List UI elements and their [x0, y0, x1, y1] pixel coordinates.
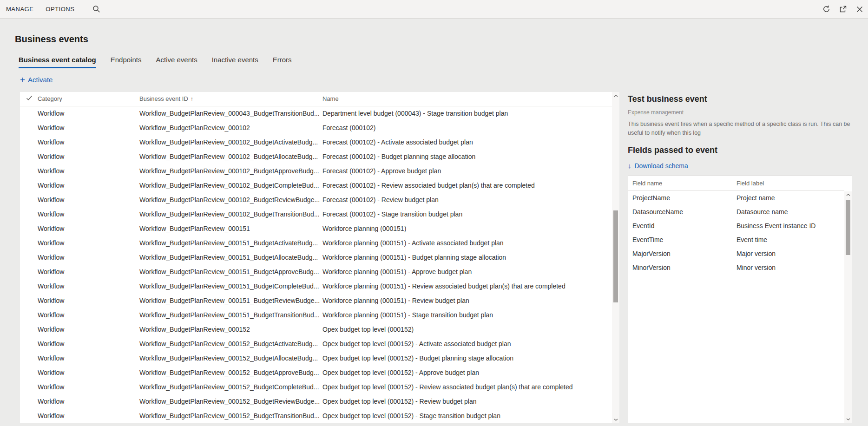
name-cell: Forecast (000102) - Review associated bu…	[322, 178, 612, 192]
field-row[interactable]: MajorVersion Major version	[628, 247, 844, 261]
scrollbar-thumb[interactable]	[846, 200, 850, 255]
activate-button[interactable]: + Activate	[20, 75, 53, 84]
field-name-cell: DatasourceName	[628, 205, 732, 219]
column-header-field-label[interactable]: Field label	[732, 176, 844, 191]
open-in-new-window-button[interactable]	[835, 0, 851, 19]
close-button[interactable]	[851, 0, 868, 19]
row-select-cell[interactable]	[20, 264, 38, 279]
grid-row[interactable]: Workflow Workflow_BudgetPlanReview_00015…	[20, 394, 612, 408]
column-header-label: Business event ID	[139, 95, 188, 102]
menu-item[interactable]: MANAGE	[0, 0, 39, 19]
grid-row[interactable]: Workflow Workflow_BudgetPlanReview_00015…	[20, 380, 612, 394]
tab[interactable]: Business event catalog	[19, 56, 96, 68]
tab[interactable]: Active events	[156, 56, 197, 68]
scroll-down-icon[interactable]	[612, 416, 619, 423]
tab[interactable]: Endpoints	[111, 56, 142, 68]
tab[interactable]: Errors	[273, 56, 292, 68]
grid-row[interactable]: Workflow Workflow_BudgetPlanReview_00015…	[20, 365, 612, 380]
row-select-cell[interactable]	[20, 135, 38, 149]
grid-row[interactable]: Workflow Workflow_BudgetPlanReview_00015…	[20, 279, 612, 293]
column-header-name[interactable]: Name	[322, 92, 612, 106]
row-select-cell[interactable]	[20, 207, 38, 221]
fields-scrollbar[interactable]	[844, 191, 852, 423]
grid-row[interactable]: Workflow Workflow_BudgetPlanReview_00010…	[20, 207, 612, 221]
name-cell: Opex budget top level (000152) - Budget …	[322, 351, 612, 365]
row-select-cell[interactable]	[20, 279, 38, 293]
row-select-cell[interactable]	[20, 380, 38, 394]
scrollbar-track[interactable]	[612, 99, 619, 416]
download-schema-link[interactable]: ↓ Download schema	[628, 162, 688, 170]
menu-item[interactable]: OPTIONS	[39, 0, 80, 19]
scroll-down-icon[interactable]	[844, 415, 852, 423]
row-select-cell[interactable]	[20, 250, 38, 264]
tab[interactable]: Inactive events	[212, 56, 258, 68]
grid-row[interactable]: Workflow Workflow_BudgetPlanReview_00015…	[20, 308, 612, 322]
row-select-cell[interactable]	[20, 408, 38, 423]
row-select-cell[interactable]	[20, 178, 38, 192]
field-name-cell: MinorVersion	[628, 261, 732, 275]
scroll-up-icon[interactable]	[844, 191, 852, 199]
row-select-cell[interactable]	[20, 236, 38, 250]
grid-row[interactable]: Workflow Workflow_BudgetPlanReview_00015…	[20, 336, 612, 351]
field-label-cell: Business Event instance ID	[732, 219, 844, 233]
grid-row[interactable]: Workflow Workflow_BudgetPlanReview_00015…	[20, 351, 612, 365]
open-in-new-window-icon	[839, 6, 847, 13]
field-name-cell: ProjectName	[628, 191, 732, 205]
row-select-cell[interactable]	[20, 322, 38, 336]
grid-row[interactable]: Workflow Workflow_BudgetPlanReview_00015…	[20, 322, 612, 336]
category-cell: Workflow	[38, 207, 139, 221]
catalog-table: Category Business event ID↑ Name Workflo…	[20, 92, 612, 423]
grid-row[interactable]: Workflow Workflow_BudgetPlanReview_00015…	[20, 293, 612, 308]
row-select-cell[interactable]	[20, 106, 38, 120]
row-select-cell[interactable]	[20, 221, 38, 236]
row-select-cell[interactable]	[20, 394, 38, 408]
row-select-cell[interactable]	[20, 351, 38, 365]
details-description: This business event fires when a specifi…	[628, 120, 852, 138]
page-title: Business events	[15, 34, 868, 45]
grid-row[interactable]: Workflow Workflow_BudgetPlanReview_00010…	[20, 192, 612, 207]
row-select-cell[interactable]	[20, 365, 38, 380]
select-all-header[interactable]	[20, 92, 38, 106]
field-label-cell: Event time	[732, 233, 844, 247]
tab-bar: Business event catalog Endpoints Active …	[19, 56, 868, 68]
row-select-cell[interactable]	[20, 149, 38, 164]
grid-row[interactable]: Workflow Workflow_BudgetPlanReview_00004…	[20, 106, 612, 120]
search-button[interactable]	[88, 0, 105, 19]
field-row[interactable]: MinorVersion Minor version	[628, 261, 844, 275]
event-id-cell: Workflow_BudgetPlanReview_000152_BudgetA…	[139, 365, 322, 380]
scroll-up-icon[interactable]	[612, 92, 619, 99]
row-select-cell[interactable]	[20, 164, 38, 178]
category-cell: Workflow	[38, 149, 139, 164]
field-row[interactable]: ProjectName Project name	[628, 191, 844, 205]
grid-row[interactable]: Workflow Workflow_BudgetPlanReview_00010…	[20, 120, 612, 135]
grid-row[interactable]: Workflow Workflow_BudgetPlanReview_00010…	[20, 178, 612, 192]
column-header-business-event-id[interactable]: Business event ID↑	[139, 92, 322, 106]
event-id-cell: Workflow_BudgetPlanReview_000151_BudgetR…	[139, 293, 322, 308]
grid-row[interactable]: Workflow Workflow_BudgetPlanReview_00015…	[20, 250, 612, 264]
column-header-field-name[interactable]: Field name	[628, 176, 732, 191]
grid-scrollbar[interactable]	[612, 92, 619, 423]
scrollbar-thumb[interactable]	[613, 210, 618, 302]
scrollbar-track[interactable]	[844, 199, 852, 416]
checkmark-icon	[26, 95, 33, 102]
grid-row[interactable]: Workflow Workflow_BudgetPlanReview_00015…	[20, 236, 612, 250]
refresh-button[interactable]	[818, 0, 835, 19]
row-select-cell[interactable]	[20, 192, 38, 207]
grid-row[interactable]: Workflow Workflow_BudgetPlanReview_00015…	[20, 264, 612, 279]
column-header-category[interactable]: Category	[38, 92, 139, 106]
row-select-cell[interactable]	[20, 293, 38, 308]
field-row[interactable]: EventTime Event time	[628, 233, 844, 247]
row-select-cell[interactable]	[20, 120, 38, 135]
category-cell: Workflow	[38, 250, 139, 264]
grid-row[interactable]: Workflow Workflow_BudgetPlanReview_00015…	[20, 221, 612, 236]
grid-row[interactable]: Workflow Workflow_BudgetPlanReview_00015…	[20, 408, 612, 423]
field-row[interactable]: EventId Business Event instance ID	[628, 219, 844, 233]
row-select-cell[interactable]	[20, 308, 38, 322]
event-id-cell: Workflow_BudgetPlanReview_000152_BudgetR…	[139, 394, 322, 408]
grid-row[interactable]: Workflow Workflow_BudgetPlanReview_00010…	[20, 164, 612, 178]
category-cell: Workflow	[38, 135, 139, 149]
row-select-cell[interactable]	[20, 336, 38, 351]
grid-row[interactable]: Workflow Workflow_BudgetPlanReview_00010…	[20, 135, 612, 149]
grid-row[interactable]: Workflow Workflow_BudgetPlanReview_00010…	[20, 149, 612, 164]
field-row[interactable]: DatasourceName Datasource name	[628, 205, 844, 219]
